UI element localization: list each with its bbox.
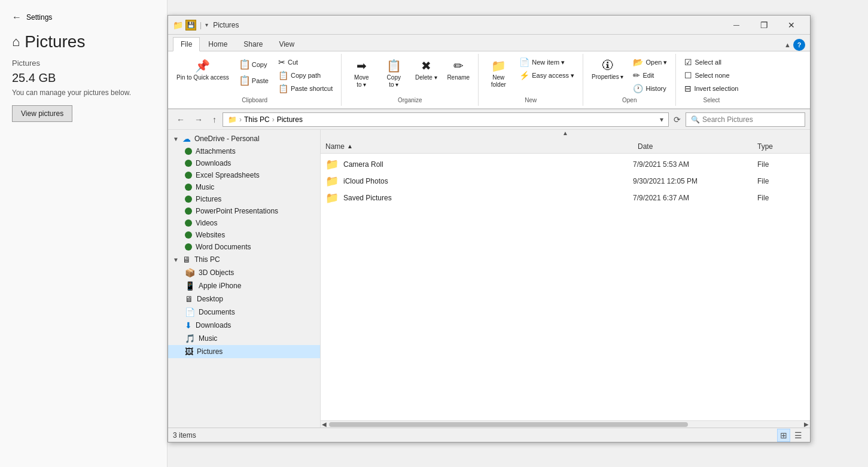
ribbon-collapse-btn[interactable]: ▲: [784, 41, 791, 48]
sidebar-item-pictures-od[interactable]: Pictures: [168, 193, 320, 205]
pin-icon: 📌: [195, 59, 210, 73]
sidebar-item-music[interactable]: 🎵 Music: [168, 332, 320, 345]
tab-file[interactable]: File: [173, 37, 200, 51]
copy-path-icon: 📋: [278, 71, 288, 80]
file-name-saved-pictures: Saved Pictures: [343, 194, 628, 202]
cut-icon: ✂: [278, 57, 285, 67]
maximize-button[interactable]: ❐: [750, 16, 778, 35]
refresh-button[interactable]: ⟳: [671, 112, 683, 127]
sidebar-item-onedrive[interactable]: ▼ ☁ OneDrive - Personal: [168, 132, 320, 145]
sidebar-item-excel[interactable]: Excel Spreadsheets: [168, 169, 320, 181]
home-icon: ⌂: [12, 34, 20, 50]
scroll-right-button[interactable]: ▶: [803, 421, 810, 428]
file-row-saved-pictures[interactable]: 📁 Saved Pictures 7/9/2021 6:37 AM File: [321, 190, 810, 206]
tab-view[interactable]: View: [271, 37, 302, 51]
invert-icon: ⊟: [684, 84, 692, 93]
sidebar-item-this-pc[interactable]: ▼ 🖥 This PC: [168, 253, 320, 266]
address-folder-icon: 📁: [228, 115, 237, 124]
copy-button[interactable]: 📋 Copy: [235, 56, 272, 72]
sidebar-item-3d-objects[interactable]: 📦 3D Objects: [168, 266, 320, 279]
sidebar-item-videos-od[interactable]: Videos: [168, 217, 320, 229]
sidebar-item-powerpoint[interactable]: PowerPoint Presentations: [168, 205, 320, 217]
view-icons-button[interactable]: ⊞: [777, 429, 790, 442]
select-all-icon: ☑: [684, 57, 692, 67]
history-button[interactable]: 🕐 History: [629, 83, 671, 94]
move-to-button[interactable]: ➡ Moveto ▾: [346, 56, 376, 91]
easy-access-button[interactable]: ⚡ Easy access ▾: [516, 69, 578, 81]
file-name-camera-roll: Camera Roll: [343, 160, 628, 169]
open-button[interactable]: 📂 Open ▾: [629, 56, 671, 68]
file-type-camera-roll: File: [757, 160, 805, 169]
title-bar: 📁 💾 | ▾ Pictures — ❐ ✕: [168, 16, 810, 35]
sidebar-item-documents[interactable]: 📄 Documents: [168, 306, 320, 319]
select-none-button[interactable]: ☐ Select none: [681, 69, 742, 81]
sidebar-item-word[interactable]: Word Documents: [168, 241, 320, 253]
copy-path-button[interactable]: 📋 Copy path: [275, 69, 336, 81]
col-type[interactable]: Type: [757, 142, 805, 151]
search-icon: 🔍: [691, 115, 700, 124]
folder-icon: 📁: [173, 20, 183, 30]
sidebar-item-websites[interactable]: Websites: [168, 229, 320, 241]
file-date-icloud-photos: 9/30/2021 12:05 PM: [633, 177, 753, 185]
search-input[interactable]: [702, 115, 800, 124]
file-list: ▲ Name ▲ Date Type 📁 Camera Roll 7/9/202…: [321, 130, 810, 428]
view-details-button[interactable]: ☰: [791, 429, 805, 442]
view-controls: ⊞ ☰: [777, 429, 805, 442]
collapse-arrow[interactable]: ▲: [321, 130, 810, 139]
delete-icon: ✖: [421, 59, 431, 73]
col-date[interactable]: Date: [638, 142, 757, 151]
file-type-saved-pictures: File: [757, 194, 805, 202]
copy-to-button[interactable]: 📋 Copyto ▾: [379, 56, 409, 91]
address-pictures: Pictures: [277, 115, 303, 124]
select-all-button[interactable]: ☑ Select all: [681, 56, 742, 68]
tab-share[interactable]: Share: [236, 37, 270, 51]
tab-home[interactable]: Home: [200, 37, 235, 51]
up-button[interactable]: ↑: [209, 112, 220, 127]
content-area: ▼ ☁ OneDrive - Personal Attachments Down…: [168, 130, 810, 428]
sidebar-item-apple-iphone[interactable]: 📱 Apple iPhone: [168, 279, 320, 292]
pin-to-quick-access-button[interactable]: 📌 Pin to Quick access: [173, 56, 233, 84]
invert-selection-button[interactable]: ⊟ Invert selection: [681, 83, 742, 94]
address-bar[interactable]: 📁 › This PC › Pictures ▾: [223, 112, 669, 127]
sidebar-item-pictures[interactable]: 🖼 Pictures: [168, 345, 320, 358]
sidebar-item-downloads-od[interactable]: Downloads: [168, 157, 320, 169]
settings-app-title: Settings: [26, 13, 52, 22]
save-button[interactable]: 💾: [185, 20, 196, 30]
paste-button[interactable]: 📋 Paste: [235, 72, 272, 88]
music-icon: 🎵: [185, 334, 195, 343]
file-row-camera-roll[interactable]: 📁 Camera Roll 7/9/2021 5:53 AM File: [321, 156, 810, 173]
new-folder-button[interactable]: 📁 Newfolder: [483, 56, 513, 91]
open-icon: 📂: [633, 57, 643, 67]
horizontal-scrollbar[interactable]: ◀ ▶: [321, 420, 810, 428]
folder-icloud-icon: 📁: [325, 175, 339, 188]
close-button[interactable]: ✕: [778, 16, 805, 35]
new-item-button[interactable]: 📄 New item ▾: [516, 56, 578, 68]
ribbon-group-clipboard: 📌 Pin to Quick access 📋 Copy 📋 Paste: [168, 54, 342, 106]
explorer-window: 📁 💾 | ▾ Pictures — ❐ ✕ File Home Share V…: [167, 15, 811, 442]
rename-button[interactable]: ✏ Rename: [443, 56, 473, 84]
file-date-saved-pictures: 7/9/2021 6:37 AM: [633, 194, 753, 202]
file-list-header: Name ▲ Date Type: [321, 139, 810, 154]
sidebar-item-desktop[interactable]: 🖥 Desktop: [168, 292, 320, 306]
paste-shortcut-button[interactable]: 📋 Paste shortcut: [275, 83, 336, 94]
search-bar[interactable]: 🔍: [686, 112, 805, 127]
sidebar-item-attachments[interactable]: Attachments: [168, 145, 320, 157]
move-to-icon: ➡: [357, 59, 367, 73]
minimize-button[interactable]: —: [723, 16, 750, 35]
col-name[interactable]: Name ▲: [325, 142, 638, 151]
properties-button[interactable]: 🛈 Properties ▾: [588, 56, 627, 83]
delete-button[interactable]: ✖ Delete ▾: [411, 56, 441, 84]
file-row-icloud-photos[interactable]: 📁 iCloud Photos 9/30/2021 12:05 PM File: [321, 173, 810, 190]
back-button[interactable]: ←: [173, 112, 188, 127]
sidebar-item-downloads[interactable]: ⬇ Downloads: [168, 319, 320, 332]
settings-back-button[interactable]: ←: [12, 12, 22, 23]
cut-button[interactable]: ✂ Cut: [275, 56, 336, 68]
forward-button[interactable]: →: [191, 112, 206, 127]
sidebar-item-music-od[interactable]: Music: [168, 181, 320, 193]
settings-subtitle: Pictures: [12, 59, 155, 68]
folder-saved-pictures-icon: 📁: [325, 191, 339, 204]
help-button[interactable]: ?: [793, 39, 805, 51]
view-pictures-button[interactable]: View pictures: [12, 105, 72, 122]
edit-button[interactable]: ✏ Edit: [629, 69, 671, 81]
scroll-left-button[interactable]: ◀: [321, 421, 328, 428]
